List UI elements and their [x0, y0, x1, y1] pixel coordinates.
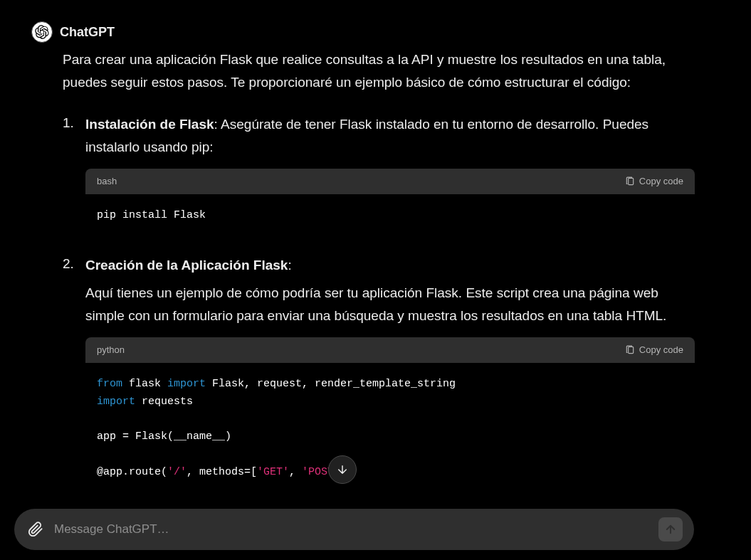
copy-code-button[interactable]: Copy code	[625, 343, 683, 357]
code-token: import	[97, 396, 135, 408]
code-content-python[interactable]: from flask import Flask, request, render…	[85, 363, 695, 495]
intro-paragraph: Para crear una aplicación Flask que real…	[63, 48, 695, 95]
message-input[interactable]	[54, 522, 650, 537]
step-item-2: Creación de la Aplicación Flask: Aquí ti…	[63, 254, 695, 494]
code-block-python: python Copy code from flask import Flask…	[85, 337, 695, 494]
code-token: requests	[135, 396, 193, 408]
step-2-desc: :	[288, 258, 291, 273]
paperclip-icon	[28, 522, 43, 537]
svg-rect-0	[629, 178, 634, 184]
code-token: 'GET'	[257, 466, 289, 478]
code-block-bash: bash Copy code pip install Flask	[85, 169, 695, 237]
step-2-subdesc: Aquí tienes un ejemplo de cómo podría se…	[85, 282, 695, 328]
code-token: import	[167, 378, 206, 390]
code-header: python Copy code	[85, 337, 695, 363]
attach-file-button[interactable]	[26, 519, 46, 539]
arrow-down-icon	[336, 463, 349, 476]
step-item-1: Instalación de Flask: Asegúrate de tener…	[63, 113, 695, 238]
code-token: from	[97, 378, 122, 390]
send-button[interactable]	[658, 517, 683, 541]
assistant-message: ChatGPT Para crear una aplicación Flask …	[0, 0, 726, 494]
clipboard-icon	[625, 345, 635, 355]
steps-list: Instalación de Flask: Asegúrate de tener…	[63, 113, 695, 495]
code-lang-label: python	[97, 343, 125, 357]
step-2-title: Creación de la Aplicación Flask	[85, 258, 288, 273]
clipboard-icon	[625, 176, 635, 186]
message-composer	[14, 509, 694, 550]
code-token: flask	[122, 378, 167, 390]
code-token: '/'	[167, 466, 187, 478]
code-token: ,	[289, 466, 302, 478]
code-token: app = Flask(__name__)	[97, 430, 231, 443]
svg-rect-1	[629, 347, 634, 353]
chatgpt-avatar	[31, 21, 53, 43]
arrow-up-icon	[664, 523, 677, 536]
copy-code-button[interactable]: Copy code	[625, 174, 683, 189]
openai-logo-icon	[35, 25, 49, 39]
code-lang-label: bash	[97, 174, 117, 189]
copy-code-label: Copy code	[639, 174, 683, 189]
step-2-text: Creación de la Aplicación Flask:	[85, 254, 695, 277]
code-token: Flask, request, render_template_string	[206, 378, 456, 390]
code-header: bash Copy code	[85, 169, 695, 194]
copy-code-label: Copy code	[639, 343, 683, 357]
code-token: , methods=[	[187, 466, 257, 478]
code-content-bash[interactable]: pip install Flask	[85, 194, 695, 238]
step-1-title: Instalación de Flask	[85, 117, 214, 132]
author-name: ChatGPT	[60, 23, 115, 42]
message-header: ChatGPT	[31, 21, 695, 43]
step-1-text: Instalación de Flask: Asegúrate de tener…	[85, 113, 695, 159]
message-body: Para crear una aplicación Flask que real…	[31, 48, 695, 494]
scroll-to-bottom-button[interactable]	[328, 455, 357, 484]
code-token: @app.route(	[97, 466, 167, 478]
